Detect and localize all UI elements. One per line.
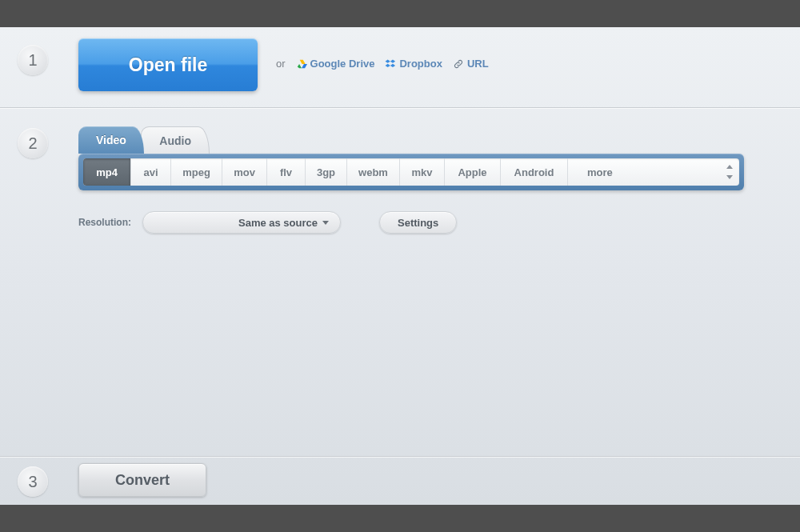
- resolution-row: Resolution: Same as source Settings: [78, 211, 457, 234]
- caret-down-icon: [322, 221, 329, 225]
- format-mkv[interactable]: mkv: [400, 158, 445, 186]
- format-android[interactable]: Android: [501, 158, 568, 186]
- dropbox-icon: [385, 58, 396, 70]
- resolution-label: Resolution:: [78, 217, 131, 228]
- dropbox-label: Dropbox: [399, 58, 442, 70]
- format-more[interactable]: more: [568, 158, 739, 186]
- open-file-button[interactable]: Open file: [78, 38, 258, 91]
- format-flv[interactable]: flv: [267, 158, 306, 186]
- divider-1: [0, 107, 800, 108]
- google-drive-link[interactable]: Google Drive: [296, 58, 375, 70]
- convert-button[interactable]: Convert: [78, 463, 206, 497]
- or-text: or: [276, 58, 286, 70]
- step-3-badge: 3: [18, 466, 48, 497]
- tab-video[interactable]: Video: [78, 126, 144, 154]
- format-3gp[interactable]: 3gp: [306, 158, 347, 186]
- format-mp4[interactable]: mp4: [83, 158, 131, 186]
- app-window: 1 Open file or Google Drive Dropbox URL: [0, 27, 800, 505]
- tab-audio[interactable]: Audio: [141, 126, 210, 154]
- step-2-section: 2 Video Audio mp4 avi mpeg mov flv 3gp w…: [0, 115, 800, 457]
- step-3-section: 3 Convert: [0, 457, 800, 505]
- step-1-badge: 1: [18, 45, 48, 75]
- format-more-label: more: [587, 166, 613, 178]
- url-link[interactable]: URL: [453, 58, 489, 70]
- media-type-tabs: Video Audio: [78, 126, 210, 154]
- settings-button[interactable]: Settings: [379, 211, 457, 234]
- resolution-value: Same as source: [238, 217, 318, 229]
- google-drive-icon: [296, 58, 307, 70]
- format-webm[interactable]: webm: [347, 158, 400, 186]
- url-label: URL: [467, 58, 489, 70]
- format-mov[interactable]: mov: [222, 158, 267, 186]
- format-bar: mp4 avi mpeg mov flv 3gp webm mkv Apple …: [78, 154, 744, 190]
- alt-source-row: or Google Drive Dropbox URL: [276, 58, 489, 70]
- stepper-icon: [726, 165, 734, 179]
- format-list: mp4 avi mpeg mov flv 3gp webm mkv Apple …: [83, 158, 739, 186]
- format-mpeg[interactable]: mpeg: [171, 158, 222, 186]
- google-drive-label: Google Drive: [310, 58, 375, 70]
- step-1-section: 1 Open file or Google Drive Dropbox URL: [0, 27, 800, 107]
- format-apple[interactable]: Apple: [445, 158, 501, 186]
- link-icon: [453, 58, 464, 70]
- format-avi[interactable]: avi: [131, 158, 171, 186]
- dropbox-link[interactable]: Dropbox: [385, 58, 442, 70]
- step-2-badge: 2: [18, 128, 48, 158]
- resolution-select[interactable]: Same as source: [142, 211, 341, 234]
